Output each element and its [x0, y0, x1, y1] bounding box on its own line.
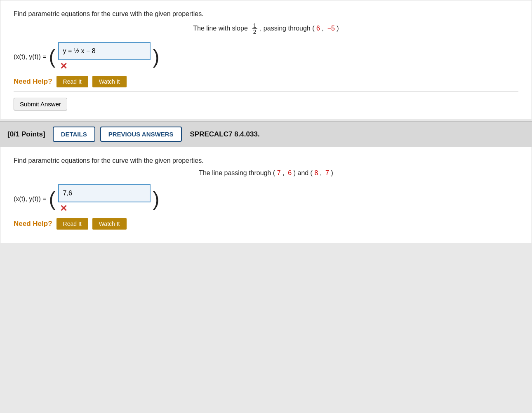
problem2-help-row: Need Help? Read It Watch It — [14, 218, 518, 230]
problem2-error-x: ✕ — [60, 203, 67, 214]
subtitle-end: ) — [337, 25, 339, 32]
problem1-error-x: ✕ — [60, 61, 67, 72]
p2-point2-y: 7 — [325, 169, 329, 176]
slope-fraction: 1 2 — [252, 23, 257, 35]
problem1-input[interactable] — [58, 42, 151, 60]
open-paren2: ( — [49, 189, 56, 209]
point1-y: −5 — [327, 25, 335, 32]
problem2-title: Find parametric equations for the curve … — [14, 157, 518, 164]
problem2-need-help-label: Need Help? — [14, 220, 52, 228]
problem1-title: Find parametric equations for the curve … — [14, 10, 518, 18]
p2-comma1: , — [282, 169, 286, 176]
p2-point1-x: 7 — [277, 169, 281, 176]
point1-x: 6 — [316, 25, 320, 32]
problem2-block: Find parametric equations for the curve … — [0, 147, 532, 243]
problem1-submit-button[interactable]: Submit Answer — [14, 98, 67, 110]
problem1-answer-row: (x(t), y(t)) = ( ✕ ) — [14, 42, 518, 72]
problem2-read-it-button[interactable]: Read It — [56, 218, 88, 230]
p2-comma2: , — [320, 169, 324, 176]
problem1-need-help-label: Need Help? — [14, 77, 52, 86]
subtitle-middle: , passing through ( — [260, 25, 315, 32]
subtitle-comma: , — [322, 25, 325, 32]
section-header: [0/1 Points] DETAILS PREVIOUS ANSWERS SP… — [0, 121, 532, 147]
previous-answers-button[interactable]: PREVIOUS ANSWERS — [100, 127, 182, 142]
close-paren1: ) — [153, 47, 160, 67]
problem1-watch-it-button[interactable]: Watch It — [92, 76, 127, 87]
p2-end: ) — [331, 169, 333, 176]
problem1-subtitle: The line with slope 1 2 , passing throug… — [14, 23, 518, 35]
p2-mid: ) and ( — [294, 169, 313, 176]
problem1-read-it-button[interactable]: Read It — [56, 76, 88, 87]
problem2-subtitle: The line passing through ( 7 , 6 ) and (… — [14, 169, 518, 177]
problem-code: SPRECALC7 8.4.033. — [190, 130, 260, 138]
p2-point1-y: 6 — [288, 169, 292, 176]
problem2-watch-it-button[interactable]: Watch It — [92, 218, 127, 230]
details-button[interactable]: DETAILS — [53, 127, 95, 142]
problem2-answer-row: (x(t), y(t)) = ( ✕ ) — [14, 184, 518, 214]
problem2-eq-label: (x(t), y(t)) = — [14, 195, 47, 203]
subtitle-prefix: The line with slope — [193, 25, 250, 32]
problem1-help-row: Need Help? Read It Watch It — [14, 76, 518, 87]
points-label: [0/1 Points] — [7, 130, 45, 138]
problem1-eq-label: (x(t), y(t)) = — [14, 53, 47, 61]
problem1-submit-row: Submit Answer — [14, 92, 518, 110]
page-wrapper: Find parametric equations for the curve … — [0, 0, 532, 243]
problem1-block: Find parametric equations for the curve … — [0, 0, 532, 119]
problem2-input[interactable] — [58, 184, 151, 202]
open-paren1: ( — [49, 47, 56, 67]
p2-subtitle-prefix: The line passing through ( — [199, 169, 275, 176]
p2-point2-x: 8 — [314, 169, 318, 176]
close-paren2: ) — [153, 189, 160, 209]
